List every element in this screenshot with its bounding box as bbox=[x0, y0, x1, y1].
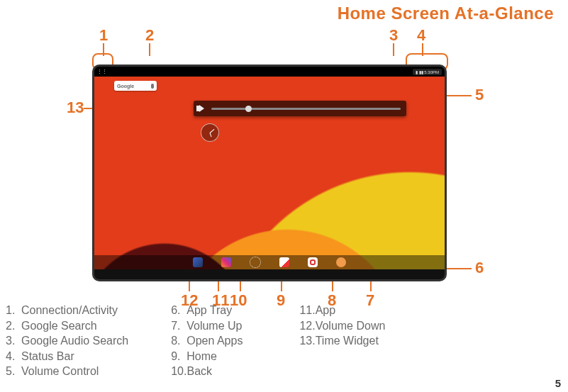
volume-control-widget[interactable] bbox=[194, 101, 406, 116]
callout-3: 3 bbox=[389, 28, 398, 43]
legend-col-1: 1.Connection/Activity 2.Google Search 3.… bbox=[6, 303, 128, 379]
app-icon[interactable] bbox=[336, 257, 346, 267]
status-right: ▮ ▮▮ 5:30PM bbox=[413, 69, 442, 75]
legend-col-3: 11.App 12.Volume Down 13.Time Widget bbox=[299, 303, 385, 379]
callout-1: 1 bbox=[99, 28, 108, 43]
volume-slider[interactable] bbox=[211, 108, 401, 110]
status-left: ⋮⋮ bbox=[97, 69, 107, 74]
status-bar: ⋮⋮ ▮ ▮▮ 5:30PM bbox=[94, 67, 445, 77]
diagram: 1 2 3 4 5 13 6 7 8 9 10 11 12 ⋮⋮ ▮ ▮▮ 5:… bbox=[57, 23, 539, 296]
device-screenshot: ⋮⋮ ▮ ▮▮ 5:30PM Google bbox=[92, 65, 447, 281]
callout-5: 5 bbox=[475, 87, 484, 103]
home-wallpaper: Google bbox=[94, 77, 445, 269]
app-icon[interactable] bbox=[221, 257, 231, 267]
app-tray bbox=[94, 255, 445, 269]
app-icon[interactable] bbox=[308, 257, 318, 267]
page-number: 5 bbox=[555, 377, 561, 389]
callout-4: 4 bbox=[417, 28, 425, 43]
app-icon[interactable] bbox=[279, 257, 289, 267]
callout-13: 13 bbox=[67, 100, 84, 116]
legend: 1.Connection/Activity 2.Google Search 3.… bbox=[6, 303, 554, 379]
legend-col-2: 6.App Tray 7.Volume Up 8.Open Apps 9.Hom… bbox=[171, 303, 243, 379]
apps-grid-icon[interactable] bbox=[250, 257, 261, 268]
speaker-icon bbox=[199, 105, 204, 112]
google-search-label: Google bbox=[117, 84, 134, 89]
callout-6: 6 bbox=[475, 260, 484, 276]
time-widget[interactable] bbox=[201, 123, 219, 142]
app-icon[interactable] bbox=[193, 257, 203, 267]
google-search-widget[interactable]: Google bbox=[114, 81, 157, 91]
page-title: Home Screen At-a-Glance bbox=[0, 0, 568, 23]
callout-2: 2 bbox=[145, 28, 154, 43]
mic-icon[interactable] bbox=[151, 84, 154, 89]
